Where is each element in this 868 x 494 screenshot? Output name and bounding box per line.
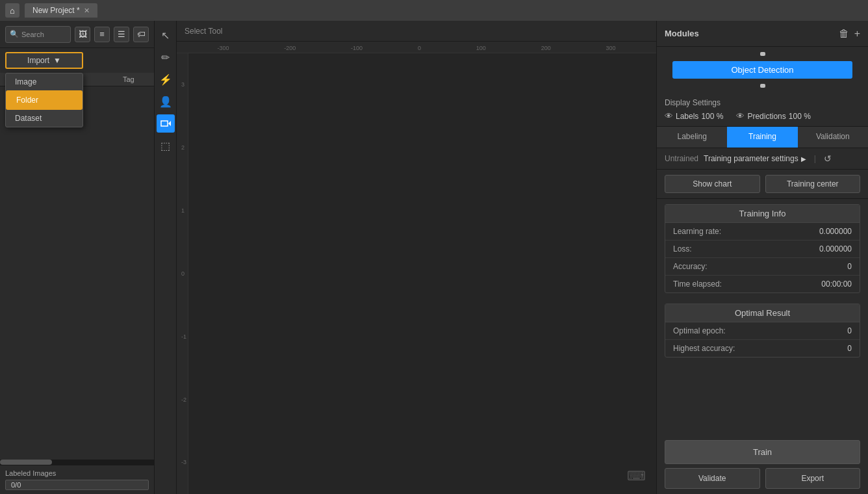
polygon-tool-btn[interactable]: ⬚ <box>157 136 175 155</box>
training-section: Untrained Training parameter settings ▶ … <box>657 148 868 170</box>
import-btn-wrap: Import ▼ Image Folder Dataset <box>0 48 154 73</box>
modules-title: Modules <box>665 29 699 38</box>
vertical-ruler: 3 2 1 0 -1 -2 -3 <box>177 53 188 494</box>
labels-display: 👁 Labels 100 % <box>665 111 723 121</box>
magic-tool-btn[interactable]: ⚡ <box>157 70 175 88</box>
validate-button[interactable]: Validate <box>665 468 760 489</box>
import-dropdown: Image Folder Dataset <box>5 73 83 127</box>
keyboard-icon: ⌨ <box>627 468 646 484</box>
time-elapsed-row: Time elapsed: 00:00:00 <box>665 276 860 292</box>
search-icon: 🔍 <box>10 30 19 38</box>
highest-accuracy-label: Highest accuracy: <box>673 344 793 353</box>
home-button[interactable]: ⌂ <box>5 3 19 18</box>
labels-pct: 100 % <box>701 112 723 121</box>
train-button[interactable]: Train <box>665 440 860 464</box>
tag-icon-btn[interactable]: 🏷 <box>133 27 149 42</box>
ruler-v-numbers: 3 2 1 0 -1 -2 -3 <box>181 53 186 494</box>
list-icon-btn[interactable]: ☰ <box>114 27 129 42</box>
untrained-label: Untrained <box>665 154 698 163</box>
optimal-epoch-value: 0 <box>793 326 852 335</box>
home-icon: ⌂ <box>10 6 15 16</box>
tab-labeling[interactable]: Labeling <box>657 127 727 148</box>
svg-rect-0 <box>161 121 168 126</box>
loss-label: Loss: <box>673 244 793 254</box>
header-icons: 🗑 + <box>839 28 860 40</box>
labeled-images-label: Labeled Images <box>5 469 149 477</box>
pipe-separator: | <box>814 154 816 163</box>
select-tool-label: Select Tool <box>185 27 222 36</box>
training-info-title: Training Info <box>665 205 860 223</box>
validate-export-row: Validate Export <box>665 468 860 489</box>
predictions-pct: 100 % <box>789 112 811 121</box>
import-folder-item[interactable]: Folder <box>6 90 83 110</box>
import-arrow-icon: ▼ <box>53 56 61 65</box>
project-tab[interactable]: New Project * ✕ <box>25 3 97 18</box>
action-buttons: Show chart Training center <box>657 170 868 199</box>
optimal-result-title: Optimal Result <box>665 304 860 322</box>
predictions-eye-icon[interactable]: 👁 <box>736 111 745 121</box>
import-label: Import <box>27 56 49 65</box>
close-tab-button[interactable]: ✕ <box>84 6 90 15</box>
param-arrow-icon: ▶ <box>801 155 806 162</box>
object-detection-wrap: Object Detection <box>665 52 860 88</box>
display-settings-title: Display Settings <box>665 98 860 107</box>
training-center-button[interactable]: Training center <box>765 175 861 193</box>
tab-training[interactable]: Training <box>727 127 797 148</box>
history-button[interactable]: ↺ <box>824 153 832 164</box>
tab-bar: Labeling Training Validation <box>657 127 868 148</box>
right-panel-header: Modules 🗑 + <box>657 21 868 47</box>
delete-module-button[interactable]: 🗑 <box>839 28 849 40</box>
optimal-epoch-row: Optimal epoch: 0 <box>665 322 860 340</box>
optimal-epoch-label: Optimal epoch: <box>673 326 793 335</box>
loss-row: Loss: 0.000000 <box>665 240 860 258</box>
file-list[interactable] <box>0 86 154 460</box>
left-panel: 🔍 Search 🖼 ≡ ☰ 🏷 Import ▼ Image Folder D… <box>0 21 155 494</box>
titlebar: ⌂ New Project * ✕ <box>0 0 868 21</box>
object-detection-button[interactable]: Object Detection <box>672 61 852 79</box>
search-box[interactable]: 🔍 Search <box>5 26 71 43</box>
import-dataset-item[interactable]: Dataset <box>6 110 83 127</box>
od-slider-top[interactable] <box>760 52 765 56</box>
predictions-label: Predictions <box>747 112 785 121</box>
training-row: Untrained Training parameter settings ▶ … <box>665 153 860 164</box>
accuracy-label: Accuracy: <box>673 262 793 271</box>
canvas-area: Select Tool -300 -200 -100 0 100 200 300… <box>177 21 656 494</box>
filter-icon-btn[interactable]: ≡ <box>94 27 110 42</box>
image-icon-btn[interactable]: 🖼 <box>75 27 90 42</box>
param-settings-button[interactable]: Training parameter settings ▶ <box>704 154 806 163</box>
project-tab-label: New Project * <box>32 6 80 15</box>
predictions-display: 👁 Predictions 100 % <box>736 111 810 121</box>
show-chart-button[interactable]: Show chart <box>665 175 760 193</box>
optimal-result-section: Optimal Result Optimal epoch: 0 Highest … <box>665 304 860 358</box>
canvas-content[interactable]: ⌨ <box>188 53 656 494</box>
loss-value: 0.000000 <box>793 244 852 254</box>
learning-rate-label: Learning rate: <box>673 227 793 236</box>
person-tool-btn[interactable]: 👤 <box>157 92 175 110</box>
highest-accuracy-value: 0 <box>793 344 852 353</box>
export-button[interactable]: Export <box>765 468 861 489</box>
left-toolbar: 🔍 Search 🖼 ≡ ☰ 🏷 <box>0 21 154 48</box>
cursor-tool-btn[interactable]: ↖ <box>157 26 175 44</box>
import-button[interactable]: Import ▼ <box>5 52 83 69</box>
search-label: Search <box>21 31 44 38</box>
learning-rate-row: Learning rate: 0.000000 <box>665 223 860 240</box>
learning-rate-value: 0.000000 <box>793 227 852 236</box>
display-settings: Display Settings 👁 Labels 100 % 👁 Predic… <box>657 93 868 127</box>
display-row: 👁 Labels 100 % 👁 Predictions 100 % <box>665 111 860 121</box>
ruler-h-numbers: -300 -200 -100 0 100 200 300 <box>177 45 656 51</box>
time-elapsed-value: 00:00:00 <box>793 280 852 289</box>
import-image-item[interactable]: Image <box>6 73 83 90</box>
horizontal-scrollbar[interactable] <box>0 460 154 465</box>
add-module-button[interactable]: + <box>854 28 860 40</box>
accuracy-value: 0 <box>793 262 852 271</box>
labels-label: Labels <box>676 112 698 121</box>
od-slider-bottom[interactable] <box>760 84 765 88</box>
pen-tool-btn[interactable]: ✏ <box>157 48 175 66</box>
scrollbar-thumb[interactable] <box>0 460 52 465</box>
param-settings-label: Training parameter settings <box>704 154 798 163</box>
rect-tool-btn[interactable] <box>157 114 175 133</box>
training-info-section: Training Info Learning rate: 0.000000 Lo… <box>665 204 860 293</box>
tab-validation[interactable]: Validation <box>798 127 868 148</box>
labels-eye-icon[interactable]: 👁 <box>665 111 673 121</box>
bottom-buttons: Train Validate Export <box>657 435 868 494</box>
